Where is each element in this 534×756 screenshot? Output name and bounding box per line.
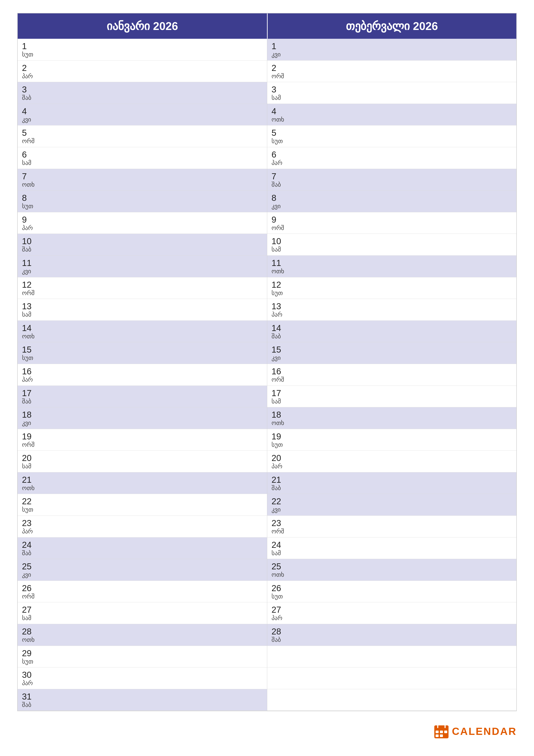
day-name: შაბ xyxy=(22,550,263,557)
day-number: 4 xyxy=(22,106,263,116)
day-number: 11 xyxy=(271,258,512,268)
january-day-3: 3შაბ xyxy=(18,82,267,104)
february-day-22: 22კვი xyxy=(267,494,516,516)
february-day-3: 3სამ xyxy=(267,82,516,104)
february-day-1: 1კვი xyxy=(267,39,516,61)
day-number: 2 xyxy=(271,63,512,73)
day-number: 8 xyxy=(22,193,263,202)
day-number: 5 xyxy=(271,128,512,138)
day-name: ორშ xyxy=(22,289,263,297)
january-day-26: 26ორშ xyxy=(18,581,267,603)
day-name: კვი xyxy=(271,506,512,513)
january-day-14: 14ოთხ xyxy=(18,321,267,342)
svg-rect-8 xyxy=(436,735,439,737)
february-day-12: 12სუთ xyxy=(267,277,516,299)
day-name: ორშ xyxy=(271,376,512,383)
day-number: 12 xyxy=(22,280,263,289)
january-day-4: 4კვი xyxy=(18,104,267,126)
day-number: 7 xyxy=(22,172,263,181)
day-number: 23 xyxy=(271,518,512,528)
day-name: სუთ xyxy=(22,506,263,513)
february-empty xyxy=(267,646,516,668)
day-name: ოთხ xyxy=(271,116,512,123)
january-day-12: 12ორშ xyxy=(18,277,267,299)
day-number: 11 xyxy=(22,258,263,268)
january-day-30: 30პარ xyxy=(18,667,267,689)
day-number: 3 xyxy=(22,85,263,94)
logo-text: CALENDAR xyxy=(452,725,517,737)
day-name: ოთხ xyxy=(22,181,263,188)
february-day-23: 23ორშ xyxy=(267,516,516,537)
january-day-15: 15სუთ xyxy=(18,342,267,364)
january-day-5: 5ორშ xyxy=(18,125,267,147)
day-name: სუთ xyxy=(271,138,512,145)
svg-rect-5 xyxy=(436,731,439,733)
day-name: სამ xyxy=(271,246,512,253)
day-name: შაბ xyxy=(22,246,263,253)
february-day-11: 11ოთხ xyxy=(267,256,516,277)
day-name: ორშ xyxy=(22,138,263,145)
day-name: სუთ xyxy=(22,51,263,58)
day-number: 4 xyxy=(271,106,512,116)
february-day-17: 17სამ xyxy=(267,386,516,408)
day-number: 30 xyxy=(22,670,263,680)
day-name: ორშ xyxy=(22,441,263,448)
january-day-8: 8სუთ xyxy=(18,191,267,212)
february-day-26: 26სუთ xyxy=(267,581,516,603)
day-name: ორშ xyxy=(22,593,263,600)
day-name: სამ xyxy=(271,94,512,101)
day-name: სამ xyxy=(271,398,512,405)
january-day-25: 25კვი xyxy=(18,559,267,581)
february-day-7: 7შაბ xyxy=(267,169,516,191)
january-day-2: 2პარ xyxy=(18,61,267,82)
january-day-18: 18კვი xyxy=(18,407,267,429)
day-number: 6 xyxy=(22,150,263,159)
day-name: შაბ xyxy=(22,701,263,709)
day-number: 12 xyxy=(271,280,512,289)
february-day-25: 25ოთხ xyxy=(267,559,516,581)
day-number: 27 xyxy=(22,605,263,614)
day-name: ოთხ xyxy=(22,333,263,340)
day-number: 19 xyxy=(22,432,263,441)
day-name: შაბ xyxy=(271,636,512,643)
day-number: 22 xyxy=(22,497,263,506)
day-number: 26 xyxy=(271,583,512,593)
january-day-11: 11კვი xyxy=(18,256,267,277)
day-number: 1 xyxy=(22,41,263,51)
february-day-21: 21შაბ xyxy=(267,472,516,494)
february-day-24: 24სამ xyxy=(267,537,516,559)
february-day-15: 15კვი xyxy=(267,342,516,364)
february-header: თებერვალი 2026 xyxy=(267,14,516,39)
day-name: პარ xyxy=(22,680,263,687)
day-number: 18 xyxy=(22,410,263,419)
february-day-28: 28შაბ xyxy=(267,624,516,646)
day-number: 16 xyxy=(22,366,263,376)
day-name: კვი xyxy=(271,354,512,362)
day-number: 10 xyxy=(22,236,263,246)
day-name: სამ xyxy=(271,550,512,557)
day-number: 28 xyxy=(22,627,263,636)
february-title: თებერვალი 2026 xyxy=(346,20,438,32)
day-name: ორშ xyxy=(271,73,512,80)
day-number: 1 xyxy=(271,41,512,51)
january-day-19: 19ორშ xyxy=(18,429,267,451)
january-day-9: 9პარ xyxy=(18,212,267,234)
day-name: პარ xyxy=(22,224,263,232)
january-day-6: 6სამ xyxy=(18,147,267,169)
day-name: კვი xyxy=(271,51,512,58)
day-number: 25 xyxy=(22,562,263,571)
day-name: კვი xyxy=(22,116,263,123)
january-day-13: 13სამ xyxy=(18,299,267,321)
day-number: 18 xyxy=(271,410,512,419)
day-number: 15 xyxy=(22,345,263,354)
february-day-14: 14შაბ xyxy=(267,321,516,342)
day-number: 6 xyxy=(271,150,512,159)
january-day-27: 27სამ xyxy=(18,602,267,624)
day-number: 16 xyxy=(271,366,512,376)
day-number: 10 xyxy=(271,236,512,246)
day-name: სუთ xyxy=(22,202,263,210)
day-number: 31 xyxy=(22,692,263,701)
calendar-grid: იანვარი 2026 თებერვალი 2026 1სუთ1კვი2პარ… xyxy=(17,13,517,711)
day-name: პარ xyxy=(271,463,512,470)
day-number: 17 xyxy=(22,388,263,398)
